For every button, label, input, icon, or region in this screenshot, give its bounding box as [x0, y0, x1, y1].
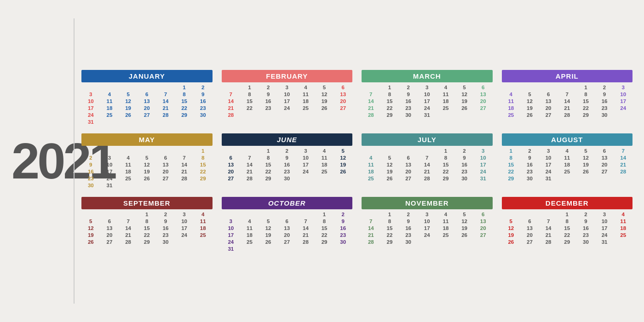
day-cell: 12 [502, 225, 521, 231]
day-cell: 7 [614, 148, 632, 154]
day-cell: 16 [277, 161, 296, 168]
day-cell: 26 [119, 112, 138, 118]
day-cell: 3 [100, 155, 119, 161]
day-cell: 6 [100, 218, 119, 224]
day-cell: 24 [222, 239, 241, 245]
day-cell: 19 [81, 232, 100, 238]
day-cell: 24 [175, 232, 194, 238]
empty-cell [418, 148, 437, 154]
day-cell: 7 [362, 218, 380, 224]
day-cell: 18 [119, 168, 138, 175]
day-cell: 29 [437, 175, 455, 182]
day-cell: 8 [558, 218, 576, 224]
day-cell: 7 [240, 155, 259, 161]
day-cell: 3 [614, 84, 632, 91]
day-cell: 1 [437, 148, 455, 154]
empty-cell [362, 148, 380, 154]
day-cell: 10 [418, 218, 437, 224]
day-cell: 24 [418, 232, 437, 238]
day-cell: 29 [315, 239, 334, 245]
day-cell: 16 [399, 225, 418, 231]
day-cell: 7 [222, 91, 241, 98]
day-cell: 5 [520, 91, 539, 98]
day-cell: 22 [259, 168, 278, 175]
day-cell: 22 [576, 105, 595, 111]
day-cell: 1 [315, 211, 334, 218]
month-block-september: SEPTEMBER1234567891011121314151617181920… [81, 197, 213, 252]
empty-cell [240, 148, 259, 154]
day-cell: 10 [81, 98, 100, 104]
day-cell: 25 [296, 105, 315, 111]
day-cell: 26 [138, 175, 156, 182]
day-cell: 1 [558, 211, 576, 218]
day-cell: 14 [418, 161, 437, 168]
day-cell: 15 [194, 161, 213, 168]
day-cell: 24 [474, 168, 493, 175]
day-cell: 13 [334, 91, 352, 98]
day-cell: 16 [194, 98, 213, 104]
days-grid-february: 1234567891011121314151617181920212223242… [222, 84, 353, 118]
day-cell: 6 [520, 218, 539, 224]
month-name-may: MAY [139, 136, 155, 144]
day-cell: 23 [576, 232, 595, 238]
day-cell: 9 [259, 91, 278, 98]
day-cell: 28 [614, 168, 632, 175]
month-name-november: NOVEMBER [405, 199, 449, 207]
day-cell: 6 [595, 148, 614, 154]
day-cell: 14 [240, 161, 259, 168]
day-cell: 8 [175, 91, 194, 98]
day-cell: 20 [334, 98, 352, 104]
day-cell: 24 [539, 168, 558, 175]
day-cell: 29 [259, 175, 278, 182]
day-cell: 6 [138, 91, 156, 98]
day-cell: 4 [362, 155, 380, 161]
day-cell: 28 [175, 175, 194, 182]
day-cell: 21 [296, 232, 315, 238]
day-cell: 23 [259, 105, 278, 111]
month-block-july: July123456789101112131415161718192021222… [362, 133, 493, 189]
day-cell: 14 [119, 225, 138, 231]
month-header-july: July [362, 133, 493, 146]
empty-cell [399, 148, 418, 154]
day-cell: 21 [362, 232, 380, 238]
day-cell: 24 [277, 105, 296, 111]
day-cell: 22 [380, 105, 399, 111]
month-block-march: MARCH12345678910111213141516171819202122… [362, 70, 493, 125]
day-cell: 11 [119, 161, 138, 168]
day-cell: 24 [595, 232, 614, 238]
day-cell: 4 [194, 211, 213, 218]
day-cell: 29 [138, 239, 156, 245]
day-cell: 20 [595, 161, 614, 168]
day-cell: 30 [455, 175, 474, 182]
month-header-april: APRIL [502, 70, 633, 82]
day-cell: 9 [399, 218, 418, 224]
day-cell: 30 [81, 182, 100, 189]
day-cell: 5 [315, 84, 334, 91]
day-cell: 14 [362, 225, 380, 231]
day-cell: 1 [576, 84, 595, 91]
month-header-october: OCTOBER [222, 197, 353, 209]
day-cell: 17 [296, 161, 315, 168]
day-cell: 30 [277, 175, 296, 182]
day-cell: 15 [175, 98, 194, 104]
day-cell: 8 [437, 155, 455, 161]
month-name-january: JANUARY [129, 72, 165, 80]
day-cell: 4 [119, 155, 138, 161]
day-cell: 2 [194, 84, 213, 91]
day-cell: 3 [277, 84, 296, 91]
day-cell: 28 [539, 239, 558, 245]
month-block-february: FEBRUARY12345678910111213141516171819202… [222, 70, 353, 125]
day-cell: 23 [399, 232, 418, 238]
day-cell: 5 [138, 155, 156, 161]
day-cell: 3 [418, 84, 437, 91]
day-cell: 18 [362, 168, 380, 175]
day-cell: 6 [399, 155, 418, 161]
empty-cell [81, 148, 100, 154]
day-cell: 8 [380, 91, 399, 98]
day-cell: 1 [380, 84, 399, 91]
day-cell: 7 [119, 218, 138, 224]
day-cell: 8 [194, 155, 213, 161]
day-cell: 18 [315, 161, 334, 168]
day-cell: 30 [194, 112, 213, 118]
day-cell: 3 [474, 148, 493, 154]
